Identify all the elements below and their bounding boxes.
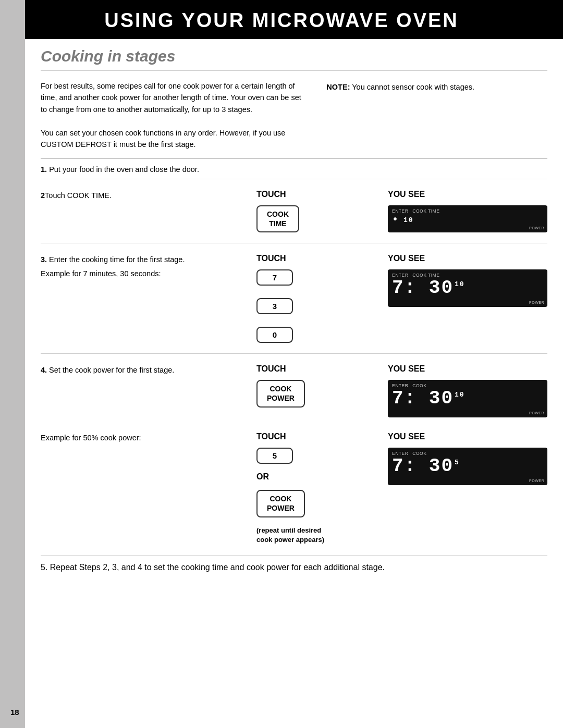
step2-right: YOU SEE ENTER COOK TIME • 10 POWER: [388, 190, 547, 232]
step3-left: 3. Enter the cooking time for the first …: [41, 254, 256, 280]
step1-section: 1. Put your food in the oven and close t…: [41, 159, 547, 179]
step3-btn-3[interactable]: 3: [256, 298, 293, 314]
step3-lcd: ENTER COOK TIME 7: 3010 POWER: [388, 269, 547, 307]
step2-lcd: ENTER COOK TIME • 10 POWER: [388, 205, 547, 232]
cook-time-button[interactable]: COOK TIME: [256, 205, 299, 232]
step4-top-center: TOUCH COOK POWER: [256, 364, 388, 407]
step4-lcd1-time: 7: 3010: [392, 389, 542, 408]
page-number: 18: [10, 708, 19, 717]
cook-power2-line2: POWER: [267, 503, 295, 513]
step4-bottom-center: TOUCH 5 OR COOK POWER (repeat until desi…: [256, 432, 388, 545]
step4-lcd1-time-text: 7: 30: [392, 389, 454, 408]
step4-yousee2-header: YOU SEE: [388, 432, 547, 441]
step4-lcd2-time-text: 7: 30: [392, 457, 454, 476]
step2-left: 2Touch COOK TIME.: [41, 190, 256, 202]
step4-lcd2-superscript: 5: [455, 459, 460, 466]
step3-center: TOUCH 7 3 0: [256, 254, 388, 343]
intro-left: For best results, some recipes call for …: [41, 80, 305, 151]
step5-section: 5. Repeat Steps 2, 3, and 4 to set the c…: [41, 556, 547, 577]
lcd2-label-cooktime: COOK TIME: [412, 208, 439, 214]
step4-bottom-left: Example for 50% cook power:: [41, 432, 256, 444]
step2-section: 2Touch COOK TIME. TOUCH COOK TIME YOU SE…: [41, 179, 547, 243]
step4-top-row: 4. Set the cook power for the first stag…: [41, 361, 547, 421]
step3-number: 3.: [41, 255, 47, 264]
step3-touch-header: TOUCH: [256, 254, 286, 263]
step3-yousee-header: YOU SEE: [388, 254, 547, 263]
step2-power-label: POWER: [529, 226, 544, 230]
step4-btn-5[interactable]: 5: [256, 448, 293, 464]
repeat-note: (repeat until desired cook power appears…: [256, 526, 324, 545]
note-text: You cannot sensor cook with stages.: [350, 83, 474, 91]
step4-lcd2-power: POWER: [529, 479, 544, 483]
cook-power1-line2: POWER: [267, 393, 295, 403]
step3-power-label: POWER: [529, 301, 544, 304]
cook-power-button-1[interactable]: COOK POWER: [256, 380, 305, 407]
step4-bottom-right: YOU SEE ENTER COOK 7: 305 POWER: [388, 432, 547, 485]
page-title: Using Your Microwave Oven: [0, 9, 563, 32]
intro-block: For best results, some recipes call for …: [41, 71, 547, 159]
step4-lcd2-time: 7: 305: [392, 457, 542, 476]
cook-power-button-2[interactable]: COOK POWER: [256, 490, 305, 517]
step1-number: 1.: [41, 165, 47, 174]
step3-section: 3. Enter the cooking time for the first …: [41, 243, 547, 354]
step4-text: 4. Set the cook power for the first stag…: [41, 364, 256, 376]
step2-row: 2Touch COOK TIME. TOUCH COOK TIME YOU SE…: [41, 187, 547, 236]
step3-text: 3. Enter the cooking time for the first …: [41, 254, 256, 266]
step2-touch-header: TOUCH: [256, 190, 286, 199]
step3-time-text: 7: 30: [392, 279, 454, 298]
step2-yousee-header: YOU SEE: [388, 190, 547, 199]
intro-note: NOTE: You cannot sensor cook with stages…: [326, 81, 547, 93]
step4-subtext: Example for 50% cook power:: [41, 432, 256, 444]
step3-right: YOU SEE ENTER COOK TIME 7: 3010 POWER: [388, 254, 547, 307]
step4-top-right: YOU SEE ENTER COOK 7: 3010 POWER: [388, 364, 547, 417]
step2-superscript: 10: [403, 217, 414, 224]
page-header: Using Your Microwave Oven: [0, 0, 563, 39]
step4-lcd1: ENTER COOK 7: 3010 POWER: [388, 380, 547, 417]
step4-lcd2: ENTER COOK 7: 305 POWER: [388, 448, 547, 485]
step3-subtext: Example for 7 minutes, 30 seconds:: [41, 268, 256, 280]
step4-yousee1-header: YOU SEE: [388, 364, 547, 374]
step4-section: 4. Set the cook power for the first stag…: [41, 354, 547, 556]
step3-btn-7[interactable]: 7: [256, 269, 293, 286]
step4-touch2-header: TOUCH: [256, 432, 286, 441]
section-title: Cooking in stages: [41, 39, 547, 71]
step2-text: Touch COOK TIME.: [45, 191, 112, 200]
cook-time-line2: TIME: [267, 219, 289, 228]
step4-lcd1-superscript: 10: [455, 391, 465, 398]
cook-power2-line1: COOK: [267, 494, 295, 503]
step4-touch1-header: TOUCH: [256, 364, 286, 374]
cook-power1-line1: COOK: [267, 384, 295, 393]
step5-content: Repeat Steps 2, 3, and 4 to set the cook…: [50, 563, 385, 572]
step5-number: 5.: [41, 563, 47, 572]
step3-btn-0[interactable]: 0: [256, 327, 293, 343]
step1-text: Put your food in the oven and close the …: [49, 165, 199, 174]
step3-row: 3. Enter the cooking time for the first …: [41, 251, 547, 346]
step4-left: 4. Set the cook power for the first stag…: [41, 364, 256, 376]
intro-para2: You can set your chosen cook functions i…: [41, 127, 305, 151]
cook-time-line1: COOK: [267, 209, 289, 219]
step2-lcd-time: • 10: [392, 215, 542, 225]
step4-or-label: OR: [256, 472, 269, 482]
step4-lcd1-power: POWER: [529, 411, 544, 415]
lcd2-dot: •: [392, 215, 399, 225]
step4-number: 4.: [41, 366, 47, 374]
step2-lcd-labels: ENTER COOK TIME: [392, 208, 542, 214]
step5-text: 5. Repeat Steps 2, 3, and 4 to set the c…: [41, 563, 547, 572]
step2-number: 2: [41, 191, 45, 200]
step3-superscript: 10: [455, 281, 465, 288]
intro-right: NOTE: You cannot sensor cook with stages…: [326, 80, 547, 151]
intro-para1: For best results, some recipes call for …: [41, 80, 305, 115]
left-decorative-bar: [0, 0, 25, 728]
step2-center: TOUCH COOK TIME: [256, 190, 388, 232]
step4-bottom-row: Example for 50% cook power: TOUCH 5 OR C…: [41, 429, 547, 548]
note-bold: NOTE:: [326, 83, 350, 91]
step3-lcd-time: 7: 3010: [392, 279, 542, 298]
lcd2-label-enter: ENTER: [392, 208, 408, 214]
